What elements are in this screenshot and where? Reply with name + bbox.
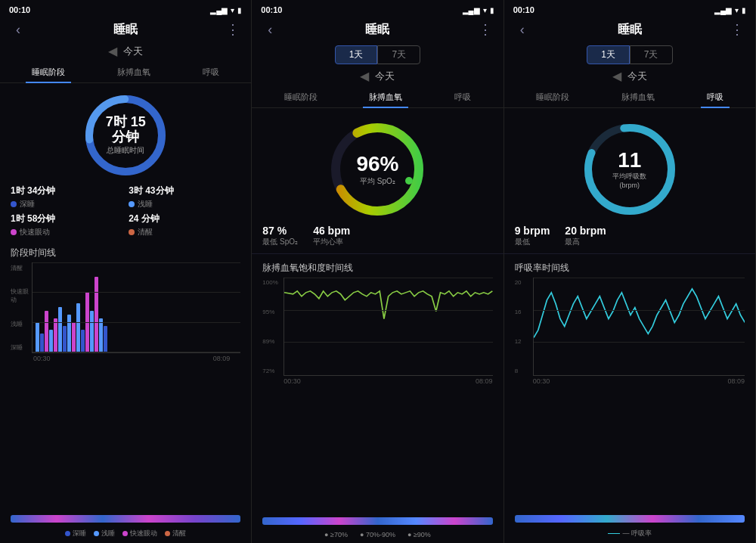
status-bar-3: 00:10 ▂▄▆ ▾ ▮ [504,0,755,18]
breathing-min-value: 9 brpm [515,225,550,237]
legend-light-dot [94,531,99,536]
tab-sleep-stages-1[interactable]: 睡眠阶段 [26,63,71,83]
status-bar-2: 00:10 ▂▄▆ ▾ ▮ [252,0,503,18]
page-title-2: 睡眠 [277,22,477,38]
breathing-min-label: 最低 [515,237,550,247]
bar [76,303,80,352]
status-time-1: 00:10 [9,5,30,14]
date-prev-2[interactable]: ◀ [360,69,369,83]
sleep-time-circle: 7时 15 分钟 总睡眠时间 [0,89,251,180]
tab-sleep-stages-2[interactable]: 睡眠阶段 [278,88,324,108]
date-prev-1[interactable]: ◀ [108,44,117,58]
spo2-legend-pct: ● ≥70% [324,531,348,538]
spo2-value: 96% [356,152,398,176]
sleep-color-strip-2 [262,517,492,525]
back-button-3[interactable]: ‹ [515,22,530,38]
status-icons-1: ▂▄▆ ▾ ▮ [210,6,242,14]
breathing-max-label: 最高 [565,237,606,247]
date-row-3: ◀ 今天 [504,69,755,83]
signal-icon-2: ▂▄▆ [463,6,480,14]
breathing-max-value: 20 brpm [565,225,606,237]
wifi-icon-3: ▾ [735,6,739,14]
breathing-time-axis: 00:30 08:09 [515,376,745,386]
sleep-tabs-3: 睡眠阶段 脉搏血氧 呼吸 [504,88,755,108]
bar-label-rem: 快速眼动 [11,287,32,304]
awake-label: 清醒 [138,227,153,237]
breathing-line-chart: 20 16 12 8 00:30 08:09 [504,278,755,512]
date-prev-3[interactable]: ◀ [612,69,621,83]
spo2-gauge-wrapper: 96% 平均 SpO₂ [252,120,503,219]
breathing-gauge-wrapper: 11 平均呼吸数(brpm) [504,120,755,219]
bar-label-deep: 深睡 [11,343,32,352]
y-label-89: 89% [262,338,284,345]
period-tabs-3: 1天 7天 [587,45,672,64]
bar [104,326,107,352]
bar [94,277,98,352]
legend-light: 浅睡 [94,529,115,538]
wifi-icon: ▾ [231,6,234,14]
date-label-3: 今天 [627,70,647,83]
bar [63,326,67,352]
status-icons-3: ▂▄▆ ▾ ▮ [714,6,746,14]
divider-3 [504,253,755,254]
y-label-72: 72% [262,368,284,374]
stage-timeline-title: 阶段时间线 [0,242,251,262]
bar [90,311,94,352]
bars-container [36,262,240,352]
breathing-legend-line: — 呼吸率 [608,529,652,538]
legend-deep: 深睡 [65,529,86,538]
status-bar-1: 00:10 ▂▄▆ ▾ ▮ [0,0,251,18]
tab-1day-2[interactable]: 1天 [335,45,378,64]
rem-sleep-value: 1时 58分钟 [11,213,122,225]
legend-awake: 清醒 [165,529,186,538]
breathing-legend: — 呼吸率 [504,526,755,543]
sleep-tabs-2: 睡眠阶段 脉搏血氧 呼吸 [252,88,503,108]
sleep-color-strip-1 [11,515,240,523]
divider-2 [252,253,503,254]
sleep-tabs-1: 睡眠阶段 脉搏血氧 呼吸 [0,63,251,83]
tab-spo2-3[interactable]: 脉搏血氧 [615,88,661,108]
awake-value: 24 分钟 [129,213,240,225]
back-button-1[interactable]: ‹ [11,22,26,38]
tab-spo2-1[interactable]: 脉搏血氧 [111,63,156,83]
status-time-3: 00:10 [513,5,534,14]
stage-bar-chart: 清醒 快速眼动 浅睡 深睡 [0,262,251,512]
y-label-95: 95% [262,309,284,315]
menu-button-3[interactable]: ⋮ [730,21,745,38]
menu-button-1[interactable]: ⋮ [225,21,240,38]
rem-dot [11,229,17,235]
light-label: 浅睡 [138,199,153,209]
bar [99,318,103,352]
sleep-total-value: 7时 15 分钟 [105,115,147,145]
tab-7day-2[interactable]: 7天 [377,45,420,64]
wifi-icon-2: ▾ [483,6,487,14]
back-button-2[interactable]: ‹ [262,22,277,38]
spo2-min-label: 最低 SpO₂ [262,237,298,247]
bar-label-light: 浅睡 [11,320,32,328]
bar [58,307,62,352]
tab-spo2-2[interactable]: 脉搏血氧 [363,88,408,108]
tab-breathing-1[interactable]: 呼吸 [197,63,225,83]
spo2-legend-high: ● ≥90% [407,531,431,538]
page-title-3: 睡眠 [530,22,730,38]
heart-rate-label: 平均心率 [313,237,350,247]
light-sleep-value: 3时 43分钟 [129,185,240,197]
spo2-sub: 平均 SpO₂ [356,176,398,187]
menu-button-2[interactable]: ⋮ [478,21,493,38]
legend-light-text: 浅睡 [101,529,115,538]
tab-1day-3[interactable]: 1天 [587,45,630,64]
header-1: ‹ 睡眠 ⋮ [0,18,251,44]
sleep-total-sub: 总睡眠时间 [105,145,147,156]
stat-light-sleep: 3时 43分钟 浅睡 [129,185,240,209]
y-label-8: 8 [515,368,533,374]
tab-breathing-3[interactable]: 呼吸 [701,88,730,108]
tab-sleep-stages-3[interactable]: 睡眠阶段 [530,88,575,108]
spo2-legend-range: ● 70%-90% [360,531,395,538]
stat-rem-sleep: 1时 58分钟 快速眼动 [11,213,122,237]
status-icons-2: ▂▄▆ ▾ ▮ [463,6,494,14]
y-label-20: 20 [515,279,533,286]
legend-awake-dot [165,531,170,536]
tab-breathing-2[interactable]: 呼吸 [448,88,477,108]
tab-7day-3[interactable]: 7天 [630,45,673,64]
legend-1: 深睡 浅睡 快速眼动 清醒 [0,526,251,543]
